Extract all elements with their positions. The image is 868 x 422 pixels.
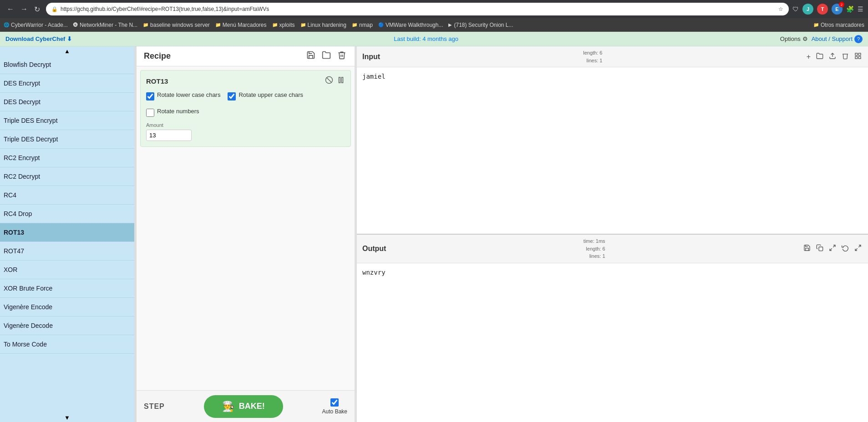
op-disable-button[interactable]	[325, 76, 333, 86]
bookmark-baseline[interactable]: 📁 baseline windows server	[143, 22, 210, 28]
sidebar-item-rot13[interactable]: ROT13	[0, 223, 134, 242]
output-lines-value: 1	[602, 253, 605, 259]
notification-badge[interactable]: E 2	[832, 4, 843, 15]
recipe-clear-button[interactable]	[336, 50, 347, 63]
output-copy-button[interactable]	[815, 243, 824, 254]
op-pause-button[interactable]	[337, 76, 345, 86]
bookmark-label: VMWare Walkthrough...	[386, 22, 443, 28]
svg-rect-6	[858, 53, 861, 55]
bookmark-icon: 🅝	[73, 22, 78, 27]
output-time-label: time:	[584, 238, 594, 244]
download-cyberchef-link[interactable]: Download CyberChef ⬇	[5, 35, 72, 42]
op-controls	[325, 76, 345, 86]
sidebar-scroll-down[interactable]: ▼	[0, 413, 134, 422]
recipe-load-button[interactable]	[321, 50, 332, 63]
rotate-numbers-checkbox[interactable]	[146, 109, 154, 117]
ext-j-button[interactable]: J	[802, 4, 813, 15]
bookmark-linux[interactable]: 📁 Linux hardening	[300, 22, 346, 28]
sidebar-item-triple-des-decrypt[interactable]: Triple DES Decrypt	[0, 130, 134, 149]
sidebar-item-rot47[interactable]: ROT47	[0, 242, 134, 261]
bookmark-cyberwarrior[interactable]: 🌐 CyberWarrior - Acade...	[4, 22, 68, 28]
rotate-upper-checkbox[interactable]	[228, 92, 236, 100]
bookmark-nmap[interactable]: 📁 nmap	[352, 22, 373, 28]
output-time-value: 1ms	[596, 238, 605, 244]
sidebar-item-des-decrypt[interactable]: DES Decrypt	[0, 93, 134, 111]
recipe-panel: Recipe	[137, 46, 355, 422]
recipe-operation-rot13: ROT13	[140, 70, 351, 147]
output-expand-button[interactable]	[828, 243, 837, 254]
rotate-numbers-group: Rotate numbers	[146, 108, 199, 117]
banner-right-buttons: Options ⚙ About / Support ?	[780, 35, 863, 43]
output-panel-actions	[802, 243, 863, 254]
sidebar-item-rc2-decrypt[interactable]: RC2 Decrypt	[0, 167, 134, 186]
rotate-lower-checkbox[interactable]	[146, 92, 154, 100]
sidebar-item-des-encrypt[interactable]: DES Encrypt	[0, 74, 134, 93]
input-length-value: 6	[599, 50, 602, 55]
bookmark-others[interactable]: 📁 Otros marcadores	[813, 22, 864, 28]
ext-t-button[interactable]: T	[817, 4, 828, 15]
output-meta: time: 1ms length: 6 lines: 1	[584, 237, 605, 260]
recipe-save-button[interactable]	[305, 50, 316, 63]
recipe-actions	[305, 50, 347, 63]
bookmark-xploits[interactable]: 📁 xploits	[272, 22, 295, 28]
output-panel-header: Output time: 1ms length: 6 lines: 1	[357, 235, 868, 263]
output-save-button[interactable]	[802, 243, 812, 254]
step-button[interactable]: STEP	[144, 402, 165, 411]
bookmark-security-onion[interactable]: ▶ (718) Security Onion L...	[448, 22, 513, 28]
menu-icon[interactable]: ☰	[858, 5, 863, 13]
output-textarea[interactable]	[357, 263, 868, 422]
extensions-icon[interactable]: 🧩	[846, 5, 854, 13]
output-undo-button[interactable]	[841, 243, 850, 254]
sidebar-item-rc2-encrypt[interactable]: RC2 Encrypt	[0, 149, 134, 167]
forward-button[interactable]: →	[18, 4, 30, 15]
bookmark-networkminer[interactable]: 🅝 NetworkMiner - The N...	[73, 22, 137, 28]
svg-line-13	[855, 248, 858, 251]
bake-label: BAKE!	[239, 402, 265, 411]
svg-rect-9	[819, 247, 823, 251]
svg-rect-8	[855, 56, 858, 59]
bake-button[interactable]: 👨‍🍳 BAKE!	[204, 395, 283, 418]
sidebar-item-blowfish-decrypt[interactable]: Blowfish Decrypt	[0, 55, 134, 74]
sidebar-item-xor[interactable]: XOR	[0, 261, 134, 279]
badge-count: 2	[839, 2, 844, 7]
input-delete-button[interactable]	[841, 51, 850, 62]
input-grid-button[interactable]	[853, 51, 863, 62]
bookmark-vmware[interactable]: 🔵 VMWare Walkthrough...	[378, 22, 443, 28]
input-add-button[interactable]: +	[806, 52, 812, 62]
options-button[interactable]: Options ⚙	[780, 35, 808, 42]
sidebar-item-rc4-drop[interactable]: RC4 Drop	[0, 205, 134, 223]
bookmarks-bar: 🌐 CyberWarrior - Acade... 🅝 NetworkMiner…	[0, 18, 868, 32]
address-bar[interactable]: 🔒 https://gchq.github.io/CyberChef/#reci…	[46, 3, 789, 15]
bookmark-label: Linux hardening	[308, 22, 346, 28]
rotate-lower-label: Rotate lower case chars	[157, 91, 220, 99]
sidebar-item-vigenere-decode[interactable]: Vigenère Decode	[0, 316, 134, 335]
bookmark-label: Otros marcadores	[821, 22, 864, 28]
sidebar-item-xor-brute-force[interactable]: XOR Brute Force	[0, 279, 134, 298]
browser-chrome: ← → ↻ 🔒 https://gchq.github.io/CyberChef…	[0, 0, 868, 18]
sidebar-item-vigenere-encode[interactable]: Vigenère Encode	[0, 298, 134, 316]
output-fullscreen-button[interactable]	[853, 243, 863, 254]
bookmark-label: (718) Security Onion L...	[454, 22, 513, 28]
sidebar-item-triple-des-encrypt[interactable]: Triple DES Encrypt	[0, 111, 134, 130]
rotate-upper-label: Rotate upper case chars	[239, 91, 303, 99]
refresh-button[interactable]: ↻	[32, 4, 42, 15]
folder-icon: 📁	[300, 22, 306, 27]
sidebar-item-rc4[interactable]: RC4	[0, 186, 134, 205]
bookmark-menu[interactable]: 📁 Menú Marcadores	[215, 22, 267, 28]
input-upload-button[interactable]	[828, 51, 837, 62]
about-support-button[interactable]: About / Support ?	[812, 35, 863, 43]
amount-input[interactable]	[146, 130, 192, 141]
rotate-lower-group: Rotate lower case chars	[146, 91, 220, 100]
folder-icon: 📁	[352, 22, 357, 27]
op-options: Rotate lower case chars Rotate upper cas…	[146, 91, 345, 117]
svg-rect-5	[855, 53, 858, 55]
star-icon[interactable]: ☆	[778, 6, 783, 12]
auto-bake-checkbox[interactable]	[330, 398, 339, 407]
input-textarea[interactable]	[357, 67, 868, 234]
svg-line-12	[858, 245, 861, 247]
sidebar-scroll-up[interactable]: ▲	[0, 46, 134, 55]
input-open-button[interactable]	[815, 51, 824, 62]
sidebar-item-to-morse-code[interactable]: To Morse Code	[0, 335, 134, 354]
amount-group: Amount	[146, 122, 345, 141]
back-button[interactable]: ←	[5, 4, 16, 15]
